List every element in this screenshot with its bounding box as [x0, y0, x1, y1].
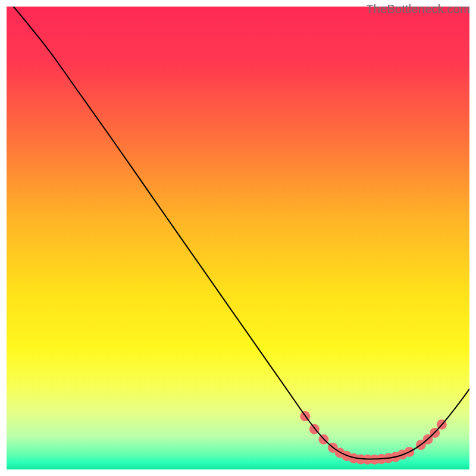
chart-svg — [7, 7, 469, 469]
attribution-text: TheBottleneck.com — [366, 2, 470, 16]
gradient-background — [7, 7, 469, 469]
chart-container: TheBottleneck.com — [0, 0, 476, 476]
plot-area — [7, 7, 469, 469]
